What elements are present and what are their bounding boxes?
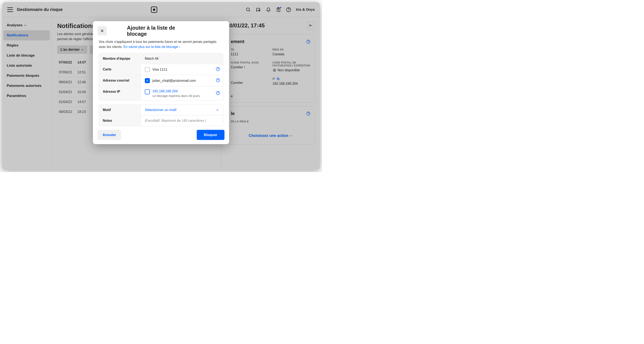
member-label: Membre d'équipe xyxy=(99,53,141,64)
email-value: julian_chqtt@protonmail.com xyxy=(152,79,196,83)
reason-select[interactable]: Sélectionner un motif xyxy=(141,105,223,115)
email-checkbox[interactable] xyxy=(145,78,150,83)
notes-input[interactable]: (Facultatif. Maximum de 140 caractères.) xyxy=(141,115,223,126)
reason-label: Motif xyxy=(99,105,141,115)
notes-placeholder: (Facultatif. Maximum de 140 caractères.) xyxy=(145,119,206,123)
reason-notes-group: Motif Sélectionner un motif Notes (Facul… xyxy=(99,105,223,126)
modal-description: Vos choix s'appliquent à tous les paieme… xyxy=(93,39,229,50)
close-icon xyxy=(100,29,104,33)
card-checkbox[interactable] xyxy=(145,67,150,72)
close-button[interactable] xyxy=(98,26,107,36)
reason-placeholder: Sélectionner un motif xyxy=(145,108,176,112)
email-label: Adresse courriel xyxy=(99,75,141,86)
link-text: En savoir plus sur la liste de blocage xyxy=(124,45,178,49)
notes-label: Notes xyxy=(99,115,141,126)
svg-point-21 xyxy=(218,70,218,71)
help-icon[interactable] xyxy=(216,67,220,71)
modal-title: Ajouter à la liste de blocage xyxy=(127,25,195,37)
ip-note: Le blocage expirera dans 30 jours xyxy=(152,94,200,98)
help-icon[interactable] xyxy=(216,78,220,82)
block-button[interactable]: Bloquer xyxy=(197,130,224,140)
ip-value: 192.168.168.204 xyxy=(152,89,200,93)
ip-checkbox[interactable] xyxy=(145,89,150,94)
ip-label: Adresse IP xyxy=(99,86,141,101)
add-to-blocklist-modal: Ajouter à la liste de blocage Vos choix … xyxy=(93,21,229,144)
cancel-button[interactable]: Annuler xyxy=(98,130,121,140)
member-value: Match All xyxy=(141,53,223,64)
blocklist-learn-more-link[interactable]: En savoir plus sur la liste de blocage › xyxy=(124,45,180,49)
email-row: julian_chqtt@protonmail.com xyxy=(141,75,223,86)
card-row: Visa 1111 xyxy=(141,64,223,75)
member-value-text: Match All xyxy=(145,57,158,61)
svg-point-25 xyxy=(218,94,218,94)
chevron-down-icon xyxy=(216,108,219,112)
card-value: Visa 1111 xyxy=(152,68,167,72)
help-icon[interactable] xyxy=(216,91,220,95)
svg-point-23 xyxy=(218,81,218,82)
card-label: Carte xyxy=(99,64,141,75)
ip-row: 192.168.168.204 Le blocage expirera dans… xyxy=(141,86,223,101)
block-fields-group: Membre d'équipe Match All Carte Visa 111… xyxy=(99,53,223,101)
